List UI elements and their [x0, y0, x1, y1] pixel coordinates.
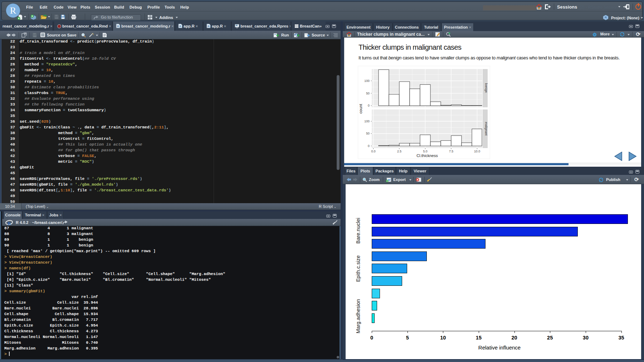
- svg-text:count: count: [358, 104, 363, 114]
- svg-text:100: 100: [364, 79, 370, 83]
- svg-text:7.5: 7.5: [449, 150, 453, 153]
- svg-text:Cl.thickness: Cl.thickness: [416, 153, 438, 158]
- svg-text:0: 0: [368, 104, 370, 107]
- svg-text:R: R: [605, 16, 607, 19]
- svg-text:benign: benign: [484, 83, 488, 93]
- svg-text:10.0: 10.0: [474, 150, 480, 153]
- svg-text:100: 100: [364, 119, 370, 123]
- svg-text:0: 0: [368, 144, 370, 148]
- svg-text:R: R: [179, 25, 181, 28]
- svg-text:5.0: 5.0: [423, 150, 427, 153]
- svg-text:malignant: malignant: [484, 122, 488, 136]
- svg-text:R: R: [8, 221, 11, 226]
- svg-text:0.0: 0.0: [371, 150, 375, 153]
- svg-text:R: R: [208, 25, 210, 28]
- svg-text:50: 50: [366, 92, 370, 95]
- svg-text:2.5: 2.5: [397, 150, 401, 153]
- svg-text:R: R: [117, 25, 119, 28]
- svg-text:50: 50: [366, 132, 370, 135]
